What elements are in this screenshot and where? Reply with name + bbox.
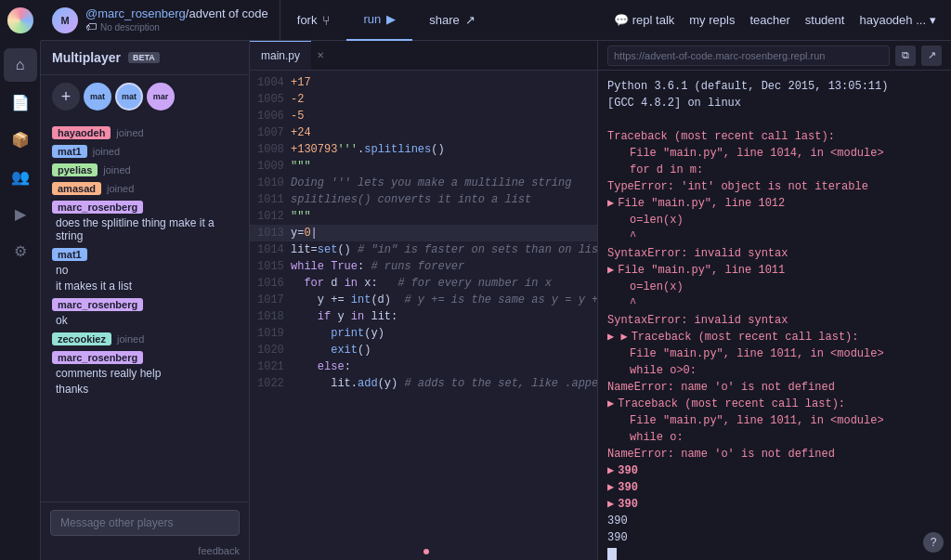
chat-text: no	[52, 264, 238, 277]
console-line: SyntaxError: invalid syntax	[607, 312, 942, 329]
settings-icon-btn[interactable]: ⚙	[4, 234, 37, 267]
console-line	[607, 548, 617, 560]
chat-msg-header: zecookiez joined	[52, 332, 238, 345]
console-line: Python 3.6.1 (default, Dec 2015, 13:05:1…	[607, 78, 942, 95]
teacher-link[interactable]: teacher	[749, 13, 789, 27]
chat-msg-header: amasad joined	[52, 182, 238, 195]
files-icon-btn[interactable]: 📄	[4, 85, 37, 119]
list-item: marc_rosenberg does the splitline thing …	[41, 198, 249, 245]
chat-msg-header: mat1	[52, 248, 238, 261]
code-line: 1009"""	[250, 158, 597, 175]
chat-text: comments really help	[52, 367, 238, 380]
close-icon[interactable]: ✕	[317, 50, 324, 60]
console-line: Traceback (most recent call last):	[607, 128, 942, 145]
console-line: ^	[607, 228, 942, 245]
home-icon-btn[interactable]: ⌂	[4, 48, 37, 82]
code-line: 1012"""	[250, 208, 597, 225]
console-line: ▶ ▶ Traceback (most recent call last):	[607, 329, 942, 345]
code-area[interactable]: 1004+17 1005-2 1006-5 1007+24 1008+13079…	[250, 71, 597, 556]
top-navigation: M @marc_rosenberg/advent of code 🏷 No de…	[0, 0, 951, 41]
console-line: NameError: name 'o' is not defined	[607, 446, 942, 462]
console-line: ▶ File "main.py", line 1011	[607, 262, 942, 279]
chat-area[interactable]: hayaodeh joined mat1 joined pyelias join…	[41, 118, 249, 501]
console-line: ▶ 390	[607, 479, 942, 496]
open-external-button[interactable]: ↗	[921, 46, 942, 66]
code-line: 1005-2	[250, 91, 597, 108]
chat-action: joined	[107, 183, 134, 194]
fork-button[interactable]: fork ⑂	[280, 0, 347, 41]
main-area: ⌂ 📄 📦 👥 ▶ ⚙ Multiplayer BETA + mat mat m…	[0, 41, 951, 560]
share-icon: ↗	[465, 13, 476, 27]
list-item: mat1 no it makes it a list	[41, 245, 249, 295]
console-line: ^	[607, 295, 942, 312]
code-line: 1017 y += int(d) # y += is the same as y…	[250, 292, 597, 308]
logo[interactable]	[0, 0, 41, 41]
console-line: File "main.py", line 1014, in <module>	[607, 145, 942, 162]
feedback-link[interactable]: feedback	[41, 543, 249, 560]
chat-user-badge: marc_rosenberg	[52, 351, 143, 364]
console-wrapper: Python 3.6.1 (default, Dec 2015, 13:05:1…	[598, 71, 951, 560]
tab-main-py[interactable]: main.py	[250, 41, 311, 70]
console-line: ▶ Traceback (most recent call last):	[607, 396, 942, 412]
add-player-button[interactable]: +	[52, 83, 80, 111]
console-line: [GCC 4.8.2] on linux	[607, 95, 942, 111]
chat-input[interactable]	[50, 510, 240, 536]
console-line: for d in m:	[607, 162, 942, 178]
chat-input-area	[41, 501, 249, 543]
my-repls-link[interactable]: my repls	[689, 13, 735, 27]
editor-statusbar	[250, 556, 597, 560]
play-icon-btn[interactable]: ▶	[4, 197, 37, 230]
chat-user-badge: marc_rosenberg	[52, 298, 143, 311]
repl-talk-link[interactable]: 💬 repl talk	[614, 13, 675, 27]
console-line: ▶ 390	[607, 496, 942, 513]
icon-bar: ⌂ 📄 📦 👥 ▶ ⚙	[0, 41, 41, 560]
avatar-mat1: mat	[84, 83, 111, 111]
chat-text: ok	[52, 314, 238, 327]
run-icon: ▶	[386, 12, 396, 26]
code-editor: main.py ✕ 1004+17 1005-2 1006-5 1007+24 …	[250, 41, 598, 560]
user-menu[interactable]: hayaodeh ... ▾	[859, 13, 936, 27]
chat-text: does the splitline thing make it a strin…	[52, 216, 238, 242]
chat-msg-header: marc_rosenberg	[52, 201, 238, 214]
code-line: 1004+17	[250, 74, 597, 91]
student-link[interactable]: student	[805, 13, 845, 27]
chat-user-badge: mat1	[52, 248, 87, 261]
help-button[interactable]: ?	[923, 532, 944, 553]
share-button[interactable]: share ↗	[412, 0, 492, 41]
code-line: 1008+130793'''.splitlines()	[250, 141, 597, 158]
chat-text: thanks	[52, 383, 238, 396]
chevron-down-icon: ▾	[930, 13, 936, 27]
packages-icon-btn[interactable]: 📦	[4, 123, 37, 156]
console-output[interactable]: Python 3.6.1 (default, Dec 2015, 13:05:1…	[598, 71, 951, 560]
chat-user-badge: mat1	[52, 145, 87, 158]
console-url: https://advent-of-code.marc-rosenberg.re…	[607, 46, 890, 66]
console-line: while o>0:	[607, 362, 942, 379]
console-line: SyntaxError: invalid syntax	[607, 245, 942, 262]
list-item: hayaodeh joined	[41, 124, 249, 142]
code-line: 1022 lit.add(y) # adds to the set, like …	[250, 375, 597, 392]
multiplayer-panel: Multiplayer BETA + mat mat mar hayaodeh …	[41, 41, 250, 560]
code-line: 1013y=0|	[250, 225, 597, 241]
run-button[interactable]: run ▶	[346, 0, 412, 41]
chat-text: it makes it a list	[52, 280, 238, 293]
chat-action: joined	[103, 164, 130, 176]
list-item: pyelias joined	[41, 161, 249, 179]
copy-url-button[interactable]: ⧉	[895, 46, 916, 66]
console-line: o=len(x)	[607, 212, 942, 228]
code-line: 1018 if y in lit:	[250, 308, 597, 325]
avatar-mat1-2: mat	[115, 83, 143, 111]
code-line: 1015while True: # runs forever	[250, 258, 597, 275]
chat-user-badge: hayaodeh	[52, 126, 111, 139]
chat-action: joined	[117, 333, 144, 345]
avatar: M	[52, 7, 78, 33]
console-line: 390	[607, 513, 942, 529]
chat-msg-header: pyelias joined	[52, 163, 238, 176]
console-line: ▶ 390	[607, 462, 942, 479]
console-line: o=len(x)	[607, 279, 942, 295]
console-line: ▶ File "main.py", line 1012	[607, 195, 942, 212]
editor-tabs: main.py ✕	[250, 41, 597, 71]
avatar-marc: mar	[147, 83, 175, 111]
list-item: marc_rosenberg comments really help than…	[41, 348, 249, 398]
users-icon-btn[interactable]: 👥	[4, 160, 37, 193]
chat-msg-header: hayaodeh joined	[52, 126, 238, 139]
